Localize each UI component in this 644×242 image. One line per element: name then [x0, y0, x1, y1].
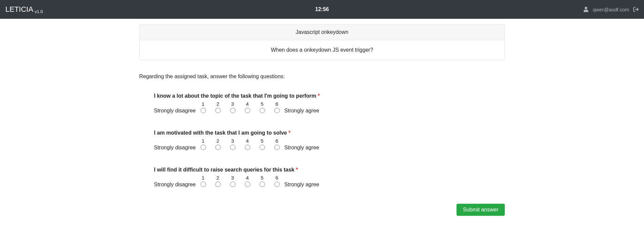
likert-num: 5	[255, 138, 270, 144]
likert-left-label: Strongly disagree	[154, 107, 196, 114]
likert-radio[interactable]	[260, 145, 265, 150]
submit-button[interactable]: Submit answer	[457, 204, 505, 216]
likert-num: 2	[211, 138, 225, 144]
likert-num: 2	[211, 101, 225, 107]
navbar-user-area: qwer@asdf.com	[583, 7, 639, 12]
question-item: I am motivated with the task that I am g…	[154, 130, 505, 151]
likert-radio[interactable]	[201, 145, 206, 150]
likert-radio[interactable]	[230, 108, 235, 113]
question-text: I am motivated with the task that I am g…	[154, 130, 505, 136]
question-text: I will find it difficult to raise search…	[154, 167, 505, 173]
likert-num: 3	[225, 101, 240, 107]
likert-radio[interactable]	[201, 108, 206, 113]
likert-right-label: Strongly agree	[284, 107, 319, 114]
likert-radio[interactable]	[245, 108, 250, 113]
likert-num: 1	[196, 101, 211, 107]
likert-radio[interactable]	[201, 182, 206, 187]
task-description: When does a onkeydown JS event trigger?	[140, 40, 504, 60]
likert-right-label: Strongly agree	[284, 144, 319, 151]
likert-radio[interactable]	[230, 182, 235, 187]
likert-num: 5	[255, 101, 270, 107]
brand-name: LETICIA	[5, 5, 33, 14]
likert-num: 4	[240, 101, 255, 107]
likert-radio[interactable]	[274, 182, 280, 187]
question-item: I know a lot about the topic of the task…	[154, 93, 505, 114]
likert-radio[interactable]	[215, 182, 221, 187]
likert-radio[interactable]	[215, 145, 221, 150]
navbar: LETICIA v1.0 12:56 qwer@asdf.com	[0, 0, 644, 19]
logout-icon[interactable]	[633, 7, 639, 12]
likert-radio[interactable]	[274, 145, 280, 150]
question-label: I know a lot about the topic of the task…	[154, 93, 316, 99]
likert-num: 6	[270, 138, 284, 144]
likert-radio[interactable]	[245, 182, 250, 187]
likert-num: 3	[225, 175, 240, 181]
required-mark: *	[288, 130, 290, 136]
likert-radio[interactable]	[260, 108, 265, 113]
questions-list: I know a lot about the topic of the task…	[139, 93, 505, 188]
likert-num: 1	[196, 138, 211, 144]
submit-row: Submit answer	[139, 204, 505, 216]
brand-version: v1.0	[35, 9, 43, 14]
likert-scale: 1 2 3 4 5 6 Strongly disagree Stron	[154, 175, 319, 188]
likert-num: 2	[211, 175, 225, 181]
user-email[interactable]: qwer@asdf.com	[593, 7, 629, 12]
question-label: I am motivated with the task that I am g…	[154, 130, 287, 136]
likert-num: 5	[255, 175, 270, 181]
likert-scale: 1 2 3 4 5 6 Strongly disagree Stron	[154, 138, 319, 151]
main-container: Javascript onkeydown When does a onkeydo…	[132, 19, 512, 229]
question-item: I will find it difficult to raise search…	[154, 167, 505, 188]
likert-radio[interactable]	[230, 145, 235, 150]
likert-num: 4	[240, 175, 255, 181]
likert-num: 3	[225, 138, 240, 144]
user-icon	[583, 7, 589, 12]
likert-num: 1	[196, 175, 211, 181]
brand[interactable]: LETICIA v1.0	[5, 5, 43, 14]
likert-radio[interactable]	[260, 182, 265, 187]
likert-radio[interactable]	[245, 145, 250, 150]
likert-left-label: Strongly disagree	[154, 181, 196, 188]
likert-scale: 1 2 3 4 5 6 Strongly disagree Stron	[154, 101, 319, 114]
likert-right-label: Strongly agree	[284, 181, 319, 188]
question-text: I know a lot about the topic of the task…	[154, 93, 505, 99]
likert-left-label: Strongly disagree	[154, 144, 196, 151]
instructions-text: Regarding the assigned task, answer the …	[139, 74, 505, 80]
question-label: I will find it difficult to raise search…	[154, 167, 294, 173]
task-title: Javascript onkeydown	[140, 25, 504, 40]
required-mark: *	[296, 167, 298, 173]
likert-num: 6	[270, 101, 284, 107]
likert-radio[interactable]	[274, 108, 280, 113]
navbar-time: 12:56	[315, 6, 329, 12]
required-mark: *	[318, 93, 320, 99]
likert-radio[interactable]	[215, 108, 221, 113]
likert-num: 6	[270, 175, 284, 181]
task-card: Javascript onkeydown When does a onkeydo…	[139, 24, 505, 60]
likert-num: 4	[240, 138, 255, 144]
